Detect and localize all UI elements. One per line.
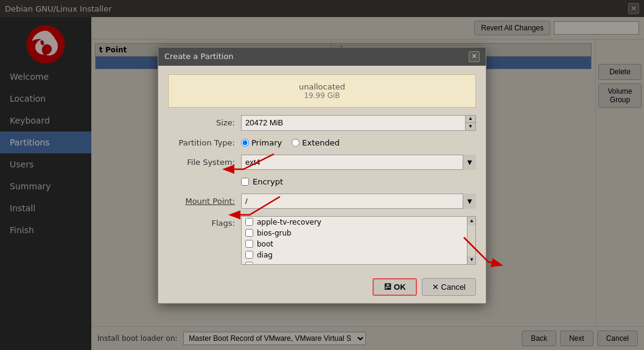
unallocated-label: unallocated <box>176 82 468 91</box>
cancel-label: Cancel <box>441 282 466 292</box>
filesystem-label: File System: <box>168 158 235 167</box>
modal-overlay: Create a Partition ✕ unallocated 19.99 G… <box>0 0 644 350</box>
encrypt-checkbox[interactable] <box>241 178 249 186</box>
unallocated-size: 19.99 GiB <box>176 91 468 100</box>
flags-scrollbar: ▲ ▼ <box>467 217 475 264</box>
flag-apple-tv-label: apple-tv-recovery <box>257 218 321 226</box>
radio-primary[interactable]: Primary <box>241 138 282 147</box>
encrypt-label: Encrypt <box>253 177 283 186</box>
ok-label: OK <box>394 282 406 292</box>
size-input[interactable] <box>242 116 465 130</box>
cancel-icon: ✕ <box>432 282 439 292</box>
radio-primary-label: Primary <box>251 138 282 147</box>
list-item: bios-grub <box>242 228 475 239</box>
flag-esp-label: esp <box>257 262 270 265</box>
filesystem-row: File System: ext4 ext3 ext2 btrfs xfs fa… <box>168 155 476 170</box>
flag-boot-checkbox[interactable] <box>245 240 253 248</box>
flag-boot-label: boot <box>257 240 273 248</box>
flags-list-wrap[interactable]: apple-tv-recovery bios-grub boot <box>241 216 476 265</box>
radio-primary-input[interactable] <box>241 139 249 147</box>
flags-scroll-track <box>467 225 475 256</box>
modal-close-button[interactable]: ✕ <box>469 51 480 62</box>
size-input-wrap: ▲ ▼ <box>241 115 476 131</box>
size-spinner: ▲ ▼ <box>465 116 475 130</box>
mount-point-select-wrap: / /boot /home /var /tmp swap ▼ <box>241 194 476 209</box>
encrypt-row: Encrypt <box>241 177 476 186</box>
size-row: Size: ▲ ▼ <box>168 115 476 131</box>
list-item: boot <box>242 239 475 250</box>
modal-body: unallocated 19.99 GiB Size: ▲ ▼ <box>158 66 486 273</box>
modal-ok-button[interactable]: 🖫 OK <box>373 278 417 296</box>
radio-extended[interactable]: Extended <box>292 138 340 147</box>
flag-bios-grub-label: bios-grub <box>257 229 292 237</box>
flag-apple-tv-checkbox[interactable] <box>245 218 253 226</box>
flag-diag-label: diag <box>257 251 273 259</box>
modal-cancel-button[interactable]: ✕ Cancel <box>422 278 476 296</box>
radio-extended-input[interactable] <box>292 139 299 147</box>
flags-scroll-up[interactable]: ▲ <box>467 217 476 225</box>
flags-scroll-down[interactable]: ▼ <box>467 256 476 264</box>
mount-point-label: Mount Point: <box>168 197 235 206</box>
list-item: esp <box>242 261 475 265</box>
size-label: Size: <box>168 118 235 127</box>
modal-titlebar: Create a Partition ✕ <box>158 47 486 66</box>
size-spin-up[interactable]: ▲ <box>466 116 475 123</box>
flags-row: Flags: apple-tv-recovery bios-grub <box>168 216 476 265</box>
flags-container: apple-tv-recovery bios-grub boot <box>241 216 476 265</box>
list-item: apple-tv-recovery <box>242 217 475 228</box>
mount-point-row: Mount Point: / /boot /home /var /tmp swa… <box>168 194 476 209</box>
flag-esp-checkbox[interactable] <box>245 262 253 265</box>
create-partition-modal: Create a Partition ✕ unallocated 19.99 G… <box>158 47 486 304</box>
flag-bios-grub-checkbox[interactable] <box>245 229 253 237</box>
modal-title: Create a Partition <box>164 52 234 61</box>
filesystem-select-wrap: ext4 ext3 ext2 btrfs xfs fat32 ntfs swap… <box>241 155 476 170</box>
radio-extended-label: Extended <box>302 138 340 147</box>
size-spin-down[interactable]: ▼ <box>466 123 475 130</box>
flag-diag-checkbox[interactable] <box>245 251 253 259</box>
unallocated-bar: unallocated 19.99 GiB <box>168 74 476 108</box>
partition-type-label: Partition Type: <box>168 138 235 147</box>
filesystem-select[interactable]: ext4 ext3 ext2 btrfs xfs fat32 ntfs swap… <box>241 155 476 170</box>
list-item: diag <box>242 250 475 261</box>
partition-type-radios: Primary Extended <box>241 138 340 147</box>
modal-footer: 🖫 OK ✕ Cancel <box>158 273 486 303</box>
main-window: Debian GNU/Linux Installer ✕ Welcome Loc… <box>0 0 644 350</box>
flags-list: apple-tv-recovery bios-grub boot <box>242 217 475 265</box>
mount-point-select[interactable]: / /boot /home /var /tmp swap <box>241 194 476 209</box>
ok-icon: 🖫 <box>383 282 391 292</box>
flags-label: Flags: <box>168 216 235 228</box>
partition-type-row: Partition Type: Primary Extended <box>168 138 476 147</box>
